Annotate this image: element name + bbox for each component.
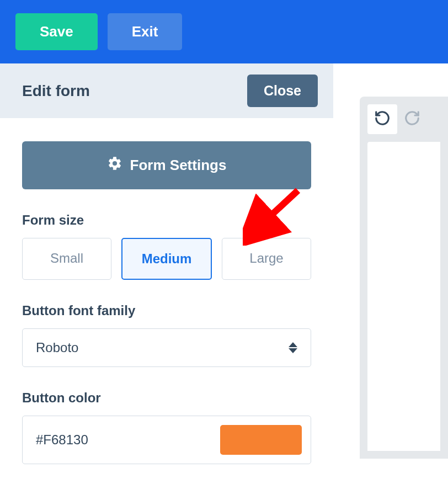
font-family-value: Roboto xyxy=(36,340,78,355)
redo-button[interactable] xyxy=(397,104,427,134)
select-caret-icon xyxy=(289,342,297,353)
undo-button[interactable] xyxy=(367,104,397,134)
font-family-label: Button font family xyxy=(22,303,311,318)
font-family-select[interactable]: Roboto xyxy=(22,328,311,367)
form-size-label: Form size xyxy=(22,212,311,228)
preview-box xyxy=(360,97,448,459)
color-swatch[interactable] xyxy=(220,425,302,455)
size-option-medium[interactable]: Medium xyxy=(121,238,212,280)
undo-icon xyxy=(374,110,391,129)
close-button[interactable]: Close xyxy=(247,75,318,107)
form-size-group: Form size Small Medium Large xyxy=(22,212,311,280)
font-family-group: Button font family Roboto xyxy=(22,303,311,367)
edit-form-panel: Edit form Close Form Settings Form size … xyxy=(0,63,333,482)
size-option-small[interactable]: Small xyxy=(22,238,111,280)
button-color-label: Button color xyxy=(22,390,311,406)
form-settings-label: Form Settings xyxy=(130,157,227,174)
size-option-large[interactable]: Large xyxy=(222,238,311,280)
exit-button[interactable]: Exit xyxy=(108,13,183,50)
save-button[interactable]: Save xyxy=(15,13,98,50)
redo-icon xyxy=(404,110,420,129)
top-bar: Save Exit xyxy=(0,0,448,63)
button-color-group: Button color #F68130 xyxy=(22,390,311,464)
preview-content xyxy=(367,142,440,451)
preview-panel xyxy=(333,63,448,482)
main-area: Edit form Close Form Settings Form size … xyxy=(0,63,448,482)
form-settings-button[interactable]: Form Settings xyxy=(22,141,311,189)
preview-toolbar xyxy=(367,104,440,134)
panel-title: Edit form xyxy=(22,82,90,100)
button-color-value: #F68130 xyxy=(36,432,88,448)
button-color-input[interactable]: #F68130 xyxy=(22,416,311,464)
panel-header: Edit form Close xyxy=(0,63,333,118)
panel-body: Form Settings Form size Small Medium Lar… xyxy=(0,118,333,487)
form-size-options: Small Medium Large xyxy=(22,238,311,280)
gear-icon xyxy=(107,156,122,175)
